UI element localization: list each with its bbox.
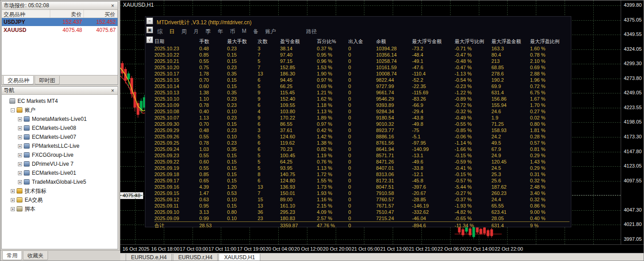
overlay-menu-item[interactable]: M — [242, 28, 246, 35]
market-watch-row[interactable]: XAUUSD 4075.48 4075.67 — [2, 26, 118, 34]
stats-table-row: 2025.09.17 0.65 0.15 6 124.80 1.55 % 0 8… — [154, 177, 570, 184]
chart-tab[interactable]: XAUUSD,H1 — [219, 254, 260, 261]
cell-max-float-profit-pct: 3.40 % — [530, 190, 570, 196]
cell-max-lots: 0.15 — [227, 58, 258, 64]
stats-table-row: 2025.10.07 1.13 0.23 9 170.22 1.89 % 0 9… — [154, 115, 570, 121]
tree-item-icon — [24, 179, 30, 185]
overlay-menu-item[interactable]: 年 — [218, 28, 223, 35]
navigator-tab[interactable]: 收藏夹 — [23, 251, 48, 260]
overlay-minimize-button[interactable]: − — [146, 18, 153, 24]
overlay-menu-item[interactable]: 币 — [230, 28, 235, 35]
cell-max-float-profit: 120.45 — [491, 159, 530, 165]
cell-balance: 8923.77 — [376, 127, 412, 133]
expander-icon[interactable]: + — [11, 189, 15, 193]
overlay-menu-item[interactable]: 日 — [169, 28, 175, 35]
overlay-menu-item[interactable]: 综 — [157, 28, 162, 35]
expander-icon[interactable]: + — [18, 144, 22, 148]
cell-max-float-loss-pct: -0.71 % — [455, 45, 491, 52]
market-watch-tabs: 交易品种 即时图 — [2, 75, 118, 84]
cell-max-float-loss: -33.8 — [412, 165, 455, 171]
cell-max-lots: 0.15 — [227, 171, 258, 177]
expander-icon[interactable]: - — [11, 108, 15, 112]
expander-icon[interactable]: + — [11, 198, 15, 202]
expander-icon[interactable]: + — [18, 162, 22, 166]
cell-percent: 2.15 % — [317, 203, 348, 209]
expander-icon[interactable]: + — [18, 180, 22, 184]
navigator-tree-item[interactable]: + FPMarketsLLC-Live — [2, 142, 118, 150]
cell-max-lots: 0.15 — [227, 77, 258, 83]
navigator-tree-item[interactable]: + FXCGGroup-Live — [2, 150, 118, 159]
cell-inout: 0 — [348, 215, 376, 221]
cell-max-float-loss: -28.85 — [412, 196, 455, 203]
cell-date: 2025.09.10 — [154, 209, 199, 215]
navigator-tree-item[interactable]: + EA交易 — [2, 195, 118, 204]
price-axis-label: 4021.80 — [624, 221, 642, 227]
navigator-tree-item[interactable]: - 账户 — [2, 106, 118, 115]
total-max-float-profit-pct: 9 % — [530, 222, 570, 229]
cell-max-float-profit-pct: 0.40 % — [530, 215, 570, 221]
overlay-menu-item[interactable]: 季 — [206, 28, 211, 35]
cell-max-float-loss-pct: -1.93 % — [455, 203, 491, 209]
chart-tab[interactable]: EURUSD.e,H4 — [126, 254, 172, 261]
expander-icon[interactable]: + — [18, 171, 22, 175]
navigator-tree-item[interactable]: + 脚本 — [2, 204, 118, 213]
cell-max-lots: 0.10 — [227, 196, 258, 203]
cell-percent: 0.69 % — [317, 83, 348, 89]
expander-icon[interactable]: + — [18, 126, 22, 130]
overlay-menu-item[interactable]: 路径 — [306, 28, 317, 35]
cell-percent: 1.93 % — [317, 190, 348, 196]
close-icon[interactable]: × — [110, 88, 116, 94]
navigator-tab[interactable]: 常用 — [2, 251, 22, 260]
navigator-tree-item[interactable]: + ECMarkets-Live01 — [2, 168, 118, 177]
navigator-tree-item[interactable]: + 技术指标 — [2, 186, 118, 195]
cell-max-lots: 0.23 — [227, 140, 258, 146]
cell-max-float-profit: 278.6 — [491, 71, 530, 77]
cell-date: 2025.09.24 — [154, 146, 199, 152]
cell-lots: 0.75 — [199, 64, 227, 71]
tree-item-icon — [17, 107, 22, 113]
price-axis[interactable]: 4399.80 4375.05 4349.55 4324.05 4299.30 … — [622, 0, 644, 244]
cell-count: 3 — [258, 127, 280, 133]
price-axis-label: 4273.80 — [624, 75, 642, 81]
cell-pl: 119.62 — [280, 140, 317, 146]
market-watch-tab[interactable]: 交易品种 — [3, 76, 34, 84]
navigator-tree-item[interactable]: + ECMarkets-Live07 — [2, 133, 118, 142]
tree-item-label: ECMarkets-Live01 — [32, 170, 76, 176]
expander-icon[interactable]: + — [18, 135, 22, 139]
stats-header-cell: 余额 — [376, 38, 412, 45]
stats-table-row: 2025.10.15 0.70 0.15 6 94.45 0.97 % 0 98… — [154, 77, 570, 83]
navigator-tree-item[interactable]: EC Markets MT4 — [2, 97, 118, 106]
chart-tab[interactable]: EURUSD.r,H4 — [173, 254, 218, 261]
market-watch-panel: 市场报价: 05:02:08 × 交易品种 卖价 买价 USDJPY 152.4… — [1, 1, 118, 85]
overlay-menu-item[interactable]: 月 — [193, 28, 199, 35]
navigator-tree-item[interactable]: + ECMarkets-Live08 — [2, 124, 118, 133]
cell-max-lots: 0.15 — [227, 152, 258, 159]
cell-max-float-profit-pct: 0.72 % — [530, 83, 570, 89]
close-icon[interactable]: × — [110, 3, 116, 9]
market-watch-tab[interactable]: 即时图 — [35, 76, 60, 84]
time-axis[interactable]: 16 Oct 2025 16 Oct 18:00 17 Oct 03:00 17… — [120, 244, 644, 253]
overlay-menu-item[interactable]: 账户 — [265, 28, 276, 35]
cell-pl: 66.25 — [280, 83, 317, 89]
expander-icon[interactable]: + — [18, 153, 22, 157]
overlay-panel-icon[interactable]: ▣ — [146, 27, 153, 33]
cell-max-float-loss-pct: -4.82 % — [455, 209, 491, 215]
navigator-tree-item[interactable]: + MonetaMarkets-Live01 — [2, 115, 118, 124]
navigator-tree-item[interactable]: + DPrimeVU-Live 7 — [2, 159, 118, 168]
overlay-menu-item[interactable]: 备 — [253, 28, 258, 35]
cell-count: 6 — [258, 140, 280, 146]
expander-icon[interactable]: + — [11, 207, 15, 211]
chart-plot-area[interactable]: XAUUSD,H1 — [120, 0, 621, 244]
cell-inout: 0 — [348, 140, 376, 146]
overlay-menu-item[interactable]: 周 — [181, 28, 187, 35]
navigator-tree-item[interactable]: + TradeMaxGlobal-Live5 — [2, 177, 118, 186]
stats-header-cell: 出入金 — [348, 38, 376, 45]
market-watch-row[interactable]: USDJPY 152.437 152.452 — [2, 18, 118, 26]
cell-inout: 0 — [348, 146, 376, 152]
mt4-window: 市场报价: 05:02:08 × 交易品种 卖价 买价 USDJPY 152.4… — [0, 0, 644, 261]
expander-icon[interactable]: + — [18, 117, 22, 121]
cell-inout: 0 — [348, 115, 376, 121]
tree-item-icon — [24, 134, 30, 140]
overlay-confirm-button[interactable]: √ — [146, 36, 153, 43]
cell-max-float-loss-pct: -0.54 % — [455, 77, 491, 83]
